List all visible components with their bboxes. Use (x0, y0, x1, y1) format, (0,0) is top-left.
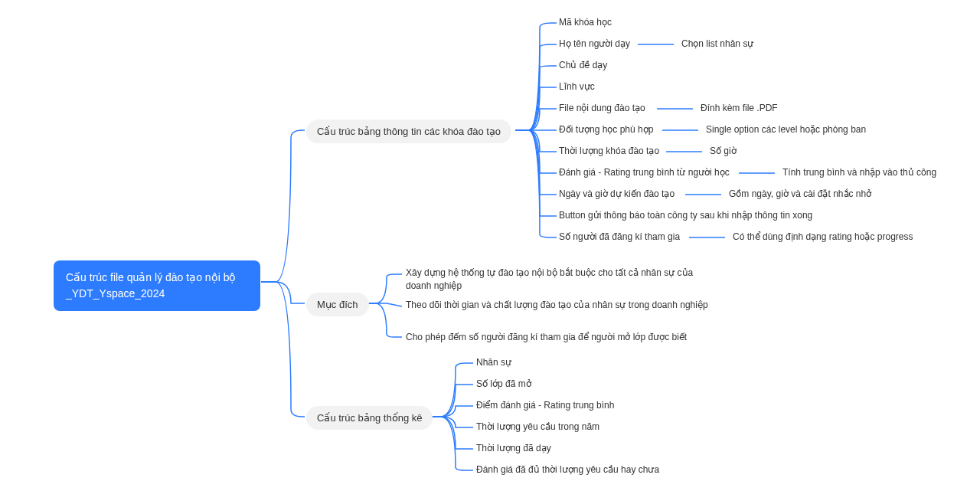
leaf-content-file[interactable]: File nội dung đào tạo (559, 103, 645, 113)
leaf-purpose-2[interactable]: Theo dõi thời gian và chất lượng đào tạo… (406, 299, 712, 312)
leaf-duration[interactable]: Thời lượng khóa đào tạo (559, 146, 659, 156)
leaf-stat-meets-requirement[interactable]: Đánh giá đã đủ thời lượng yêu cầu hay ch… (476, 464, 659, 475)
leaf-field[interactable]: Lĩnh vực (559, 81, 595, 92)
leaf-stat-classes[interactable]: Số lớp đã mở (476, 378, 531, 389)
leaf-stat-taught-hours[interactable]: Thời lượng đã dạy (476, 443, 551, 453)
leaf-topic[interactable]: Chủ đề dạy (559, 60, 607, 70)
leaf-rating-sub[interactable]: Tính trung bình và nhập vào thủ công (782, 167, 936, 178)
leaf-course-code[interactable]: Mã khóa học (559, 17, 612, 28)
branch-statistics[interactable]: Cấu trúc bảng thống kê (306, 406, 433, 430)
leaf-schedule-sub[interactable]: Gồm ngày, giờ và cài đặt nhắc nhở (729, 188, 871, 199)
leaf-notify-button[interactable]: Button gửi thông báo toàn công ty sau kh… (559, 210, 812, 221)
leaf-schedule[interactable]: Ngày và giờ dự kiến đào tạo (559, 188, 675, 199)
leaf-purpose-3[interactable]: Cho phép đếm số người đăng kí tham gia đ… (406, 331, 712, 344)
leaf-instructor-name[interactable]: Họ tên người dạy (559, 38, 630, 49)
leaf-instructor-name-sub[interactable]: Chọn list nhân sự (681, 38, 753, 49)
leaf-target-audience-sub[interactable]: Single option các level hoặc phòng ban (706, 124, 866, 135)
leaf-duration-sub[interactable]: Số giờ (710, 146, 737, 156)
leaf-registered-count[interactable]: Số người đã đăng kí tham gia (559, 231, 680, 242)
branch-purpose[interactable]: Mục đích (306, 293, 369, 316)
leaf-stat-rating[interactable]: Điểm đánh giá - Rating trung bình (476, 400, 614, 411)
leaf-stat-personnel[interactable]: Nhân sự (476, 357, 511, 368)
leaf-rating[interactable]: Đánh giá - Rating trung bình từ người họ… (559, 167, 730, 178)
leaf-registered-count-sub[interactable]: Có thể dùng định dạng rating hoặc progre… (733, 231, 913, 242)
branch-statistics-label: Cấu trúc bảng thống kê (317, 412, 422, 424)
root-node[interactable]: Cấu trúc file quản lý đào tạo nội bộ _YD… (54, 260, 260, 311)
leaf-purpose-1[interactable]: Xây dựng hệ thống tự đào tạo nội bộ bắt … (406, 267, 712, 293)
leaf-stat-required-hours[interactable]: Thời lượng yêu cầu trong năm (476, 421, 599, 432)
branch-purpose-label: Mục đích (317, 299, 358, 310)
branch-course-structure[interactable]: Cấu trúc bảng thông tin các khóa đào tạo (306, 120, 511, 143)
leaf-content-file-sub[interactable]: Đính kèm file .PDF (701, 103, 778, 113)
root-title-line2: _YDT_Yspace_2024 (66, 286, 248, 302)
leaf-target-audience[interactable]: Đối tượng học phù hợp (559, 124, 653, 135)
root-title-line1: Cấu trúc file quản lý đào tạo nội bộ (66, 270, 248, 286)
branch-course-structure-label: Cấu trúc bảng thông tin các khóa đào tạo (317, 126, 501, 137)
